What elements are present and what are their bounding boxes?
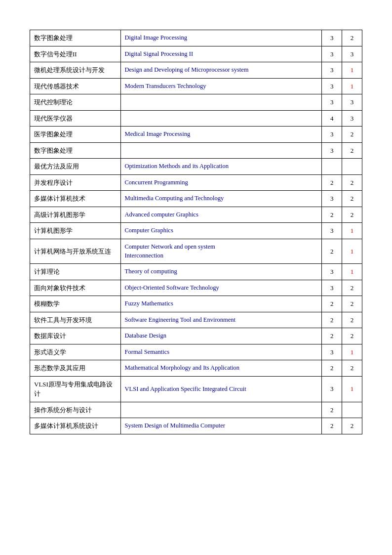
semester: 2 (342, 280, 362, 296)
english-name (120, 142, 322, 159)
english-name: Software Engineering Tool and Environmen… (120, 312, 322, 328)
table-row: 高级计算机图形学Advanced computer Graphics22 (30, 207, 362, 223)
table-row: 最优方法及应用Optimization Methods and its Appl… (30, 159, 362, 175)
table-row: 多媒体计算机系统设计System Design of Multimedia Co… (30, 418, 362, 434)
table-row: 现代医学仪器43 (30, 110, 362, 127)
semester: 2 (342, 312, 362, 328)
credit-hours: 3 (322, 223, 342, 239)
chinese-name: 多媒体计算机技术 (30, 191, 121, 207)
table-row: 多媒体计算机技术Multimedia Computing and Technol… (30, 191, 362, 207)
semester: 2 (342, 127, 362, 143)
credit-hours (322, 159, 342, 175)
english-name: Fuzzy Mathematics (120, 296, 322, 312)
table-row: 计算理论Theory of computing31 (30, 264, 362, 280)
semester: 1 (342, 264, 362, 280)
chinese-name: 计算机图形学 (30, 223, 121, 239)
chinese-name: 形态数学及其应用 (30, 360, 121, 377)
chinese-name: 现代传感器技术 (30, 78, 121, 94)
semester: 2 (342, 296, 362, 312)
credit-hours: 2 (322, 328, 342, 344)
semester: 1 (342, 223, 362, 239)
table-row: 现代控制理论33 (30, 94, 362, 111)
english-name: Computer Graphics (120, 223, 322, 239)
english-name: Object-Oriented Software Technology (120, 280, 322, 296)
table-row: 微机处理系统设计与开发Design and Developing of Micr… (30, 62, 362, 79)
chinese-name: VLSI原理与专用集成电路设计 (30, 376, 121, 402)
chinese-name: 高级计算机图形学 (30, 207, 121, 223)
semester (342, 159, 362, 175)
table-row: 形态数学及其应用Mathematical Morphology and Its … (30, 360, 362, 377)
chinese-name: 计算机网络与开放系统互连 (30, 239, 121, 264)
semester: 1 (342, 239, 362, 264)
english-name (120, 110, 322, 127)
table-row: 数字图象处理32 (30, 142, 362, 159)
credit-hours: 3 (322, 46, 342, 62)
chinese-name: 操作系统分析与设计 (30, 402, 121, 418)
chinese-name: 数据库设计 (30, 328, 121, 344)
credit-hours: 4 (322, 110, 342, 127)
semester: 2 (342, 207, 362, 223)
table-row: 计算机图形学Computer Graphics31 (30, 223, 362, 239)
credit-hours: 2 (322, 360, 342, 377)
credit-hours: 3 (322, 78, 342, 94)
table-row: 数字信号处理IIDigital Signal Processing II33 (30, 46, 362, 62)
main-table: 数字图象处理Digital Image Processing32数字信号处理II… (30, 30, 362, 434)
semester: 2 (342, 328, 362, 344)
table-row: 医学图象处理Medical Image Processing32 (30, 127, 362, 143)
english-name: System Design of Multimedia Computer (120, 418, 322, 434)
semester: 2 (342, 191, 362, 207)
credit-hours: 3 (322, 376, 342, 402)
semester: 2 (342, 418, 362, 434)
table-row: 面向对象软件技术Object-Oriented Software Technol… (30, 280, 362, 296)
english-name: VLSI and Application Specific Integrated… (120, 376, 322, 402)
semester (342, 402, 362, 418)
credit-hours: 3 (322, 142, 342, 159)
credit-hours: 3 (322, 191, 342, 207)
semester: 3 (342, 46, 362, 62)
semester: 2 (342, 360, 362, 377)
chinese-name: 多媒体计算机系统设计 (30, 418, 121, 434)
semester: 1 (342, 62, 362, 79)
table-row: 形式语义学Formal Semantics31 (30, 344, 362, 360)
credit-hours: 2 (322, 312, 342, 328)
english-name: Mathematical Morphology and Its Applicat… (120, 360, 322, 377)
table-row: 并发程序设计Concurrent Programming22 (30, 174, 362, 191)
table-row: 数字图象处理Digital Image Processing32 (30, 30, 362, 46)
semester: 1 (342, 78, 362, 94)
table-row: 操作系统分析与设计2 (30, 402, 362, 418)
chinese-name: 数字图象处理 (30, 30, 121, 46)
chinese-name: 计算理论 (30, 264, 121, 280)
table-row: 软件工具与开发环境Software Engineering Tool and E… (30, 312, 362, 328)
chinese-name: 数字信号处理II (30, 46, 121, 62)
credit-hours: 3 (322, 62, 342, 79)
chinese-name: 微机处理系统设计与开发 (30, 62, 121, 79)
table-row: 模糊数学Fuzzy Mathematics22 (30, 296, 362, 312)
semester: 3 (342, 94, 362, 111)
english-name: Medical Image Processing (120, 127, 322, 143)
english-name: Multimedia Computing and Technology (120, 191, 322, 207)
semester: 1 (342, 344, 362, 360)
english-name: Optimization Methods and its Application (120, 159, 322, 175)
table-row: 计算机网络与开放系统互连Computer Network and open sy… (30, 239, 362, 264)
credit-hours: 2 (322, 418, 342, 434)
chinese-name: 软件工具与开发环境 (30, 312, 121, 328)
semester: 2 (342, 174, 362, 191)
credit-hours: 3 (322, 127, 342, 143)
table-row: 数据库设计Database Design22 (30, 328, 362, 344)
chinese-name: 并发程序设计 (30, 174, 121, 191)
english-name: Design and Developing of Microprocessor … (120, 62, 322, 79)
english-name: Advanced computer Graphics (120, 207, 322, 223)
english-name: Concurrent Programming (120, 174, 322, 191)
chinese-name: 现代控制理论 (30, 94, 121, 111)
table-row: VLSI原理与专用集成电路设计VLSI and Application Spec… (30, 376, 362, 402)
english-name (120, 402, 322, 418)
chinese-name: 最优方法及应用 (30, 159, 121, 175)
chinese-name: 现代医学仪器 (30, 110, 121, 127)
credit-hours: 2 (322, 296, 342, 312)
credit-hours: 3 (322, 30, 342, 46)
english-name: Modern Transducers Technology (120, 78, 322, 94)
semester: 3 (342, 110, 362, 127)
table-row: 现代传感器技术Modern Transducers Technology31 (30, 78, 362, 94)
english-name (120, 94, 322, 111)
chinese-name: 面向对象软件技术 (30, 280, 121, 296)
